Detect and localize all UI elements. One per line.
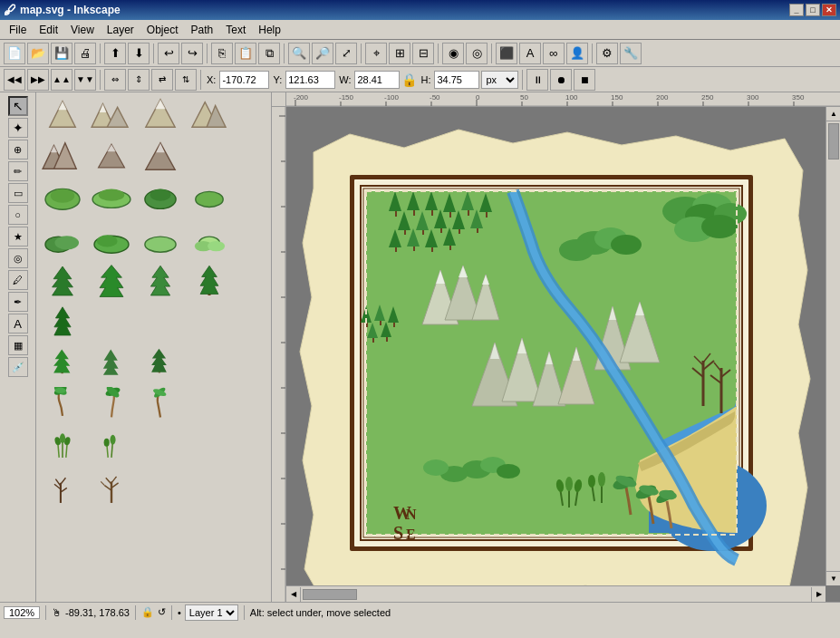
- symbol-dead-tree1[interactable]: [40, 469, 85, 506]
- symbol-mountain-d2[interactable]: [89, 138, 134, 174]
- save-button[interactable]: 💾: [51, 43, 72, 64]
- scrollbar-vertical[interactable]: ▲ ▼: [826, 107, 840, 585]
- zoom-in-button[interactable]: 🔍: [288, 43, 310, 64]
- symbol-palm3[interactable]: [138, 386, 183, 422]
- scrollbar-up-button[interactable]: ▲: [826, 107, 840, 121]
- redo-button[interactable]: ↪: [181, 43, 203, 64]
- dropper-tool-button[interactable]: 💉: [8, 357, 28, 377]
- zoom-out-button[interactable]: 🔎: [312, 43, 333, 64]
- menu-help[interactable]: Help: [253, 22, 286, 38]
- symbol-mountain-sm2[interactable]: [89, 96, 134, 132]
- text-tool-button[interactable]: A: [8, 314, 28, 334]
- ext-button[interactable]: 🔧: [620, 43, 642, 64]
- scrollbar-left-button[interactable]: ◀: [286, 587, 301, 602]
- align-right-button[interactable]: ▶▶: [27, 69, 49, 91]
- symbol-pine5[interactable]: [40, 303, 85, 339]
- close-button[interactable]: ✕: [822, 4, 836, 16]
- minimize-button[interactable]: _: [789, 4, 804, 16]
- align-left-button[interactable]: ◀◀: [4, 69, 25, 91]
- zoom-tool-button[interactable]: ⊕: [8, 140, 28, 160]
- select-tool-button[interactable]: ↖: [8, 96, 28, 116]
- flow-button[interactable]: ∞: [543, 43, 565, 64]
- x-input[interactable]: [219, 71, 269, 89]
- scrollbar-thumb[interactable]: [828, 123, 839, 160]
- import-button[interactable]: ⬆: [104, 43, 126, 64]
- w-input[interactable]: [354, 71, 400, 89]
- symbol-bush2[interactable]: [89, 221, 134, 257]
- symbol-mountain-sm4[interactable]: [187, 96, 232, 132]
- unit-select[interactable]: px mm cm in: [481, 71, 518, 89]
- titlebar-controls[interactable]: _ □ ✕: [789, 4, 836, 16]
- snap3-button[interactable]: ⊟: [412, 43, 434, 64]
- zoom-fit-button[interactable]: ⤢: [335, 43, 357, 64]
- h-input[interactable]: [434, 71, 479, 89]
- pencil-tool-button[interactable]: ✏: [8, 161, 28, 181]
- symbol-grass2[interactable]: [89, 428, 134, 464]
- export-button[interactable]: ⬇: [128, 43, 150, 64]
- symbol-mountain-sm3[interactable]: [138, 96, 183, 132]
- dist-h-button[interactable]: ⇔: [104, 69, 126, 91]
- dist3-button[interactable]: ⇅: [175, 69, 197, 91]
- align-bottom-button[interactable]: ▼▼: [74, 69, 96, 91]
- menu-file[interactable]: File: [4, 22, 32, 38]
- open-button[interactable]: 📂: [27, 43, 49, 64]
- copy-button[interactable]: ⎘: [211, 43, 233, 64]
- snap2-button[interactable]: ⊞: [389, 43, 410, 64]
- menu-path[interactable]: Path: [186, 22, 219, 38]
- menu-edit[interactable]: Edit: [34, 22, 63, 38]
- node2-button[interactable]: ◎: [466, 43, 488, 64]
- gradient-tool-button[interactable]: ▦: [8, 335, 28, 355]
- text2-button[interactable]: A: [519, 43, 541, 64]
- symbol-bush1[interactable]: [40, 221, 85, 257]
- symbol-small-pine3[interactable]: [138, 344, 183, 381]
- symbol-tree-broad3[interactable]: [138, 179, 183, 216]
- symbol-palm1[interactable]: [40, 386, 85, 422]
- symbol-mountain-sm1[interactable]: [40, 96, 85, 132]
- node-tool-button[interactable]: ✦: [8, 118, 28, 138]
- symbol-bush4[interactable]: [187, 221, 232, 257]
- scrollbar-right-button[interactable]: ▶: [811, 587, 826, 602]
- user-button[interactable]: 👤: [566, 43, 588, 64]
- undo-button[interactable]: ↩: [158, 43, 179, 64]
- symbol-tree-broad1[interactable]: [40, 179, 85, 216]
- symbol-pine4[interactable]: [187, 263, 232, 299]
- stop-button[interactable]: ⏹: [574, 69, 595, 91]
- symbol-mountain-d3[interactable]: [138, 138, 183, 174]
- symbol-grass1[interactable]: [40, 428, 85, 464]
- zoom-level[interactable]: 102%: [4, 606, 40, 619]
- symbol-small-pine2[interactable]: [89, 344, 134, 381]
- snap-button[interactable]: ⌖: [365, 43, 387, 64]
- star-tool-button[interactable]: ★: [8, 227, 28, 246]
- maximize-button[interactable]: □: [806, 4, 820, 16]
- lock-icon[interactable]: 🔒: [401, 72, 417, 87]
- layer-select[interactable]: Layer 1: [185, 604, 238, 621]
- symbol-mountain-d1[interactable]: [40, 138, 85, 174]
- spiral-tool-button[interactable]: ◎: [8, 248, 28, 268]
- node-snap-button[interactable]: ◉: [442, 43, 464, 64]
- pref-button[interactable]: ⚙: [596, 43, 618, 64]
- menu-view[interactable]: View: [65, 22, 100, 38]
- duplicate-button[interactable]: ⧉: [258, 43, 280, 64]
- menu-object[interactable]: Object: [141, 22, 184, 38]
- menu-text[interactable]: Text: [220, 22, 251, 38]
- symbol-tree-broad4[interactable]: [187, 179, 232, 216]
- scrollbar-down-button[interactable]: ▼: [826, 571, 840, 585]
- scrollbar-horizontal[interactable]: ◀ ▶: [286, 585, 826, 602]
- symbol-tree-broad2[interactable]: [89, 179, 134, 216]
- align-top-button[interactable]: ▲▲: [51, 69, 72, 91]
- canvas-scroll-area[interactable]: W N S E ▲ ▼ ◀: [286, 107, 840, 602]
- circle-tool-button[interactable]: ○: [8, 205, 28, 225]
- dist2-button[interactable]: ⇄: [151, 69, 173, 91]
- symbol-palm2[interactable]: [89, 386, 134, 422]
- scrollbar-hthumb[interactable]: [303, 589, 357, 600]
- symbol-pine1[interactable]: [40, 263, 85, 299]
- symbol-pine3[interactable]: [138, 263, 183, 299]
- paste-button[interactable]: 📋: [235, 43, 256, 64]
- pen-tool-button[interactable]: 🖊: [8, 270, 28, 290]
- symbol-dead-tree2[interactable]: [89, 469, 134, 506]
- record-button[interactable]: ⏺: [550, 69, 572, 91]
- symbol-bush3[interactable]: [138, 221, 183, 257]
- y-input[interactable]: [285, 71, 335, 89]
- print-button[interactable]: 🖨: [74, 43, 96, 64]
- menu-layer[interactable]: Layer: [101, 22, 140, 38]
